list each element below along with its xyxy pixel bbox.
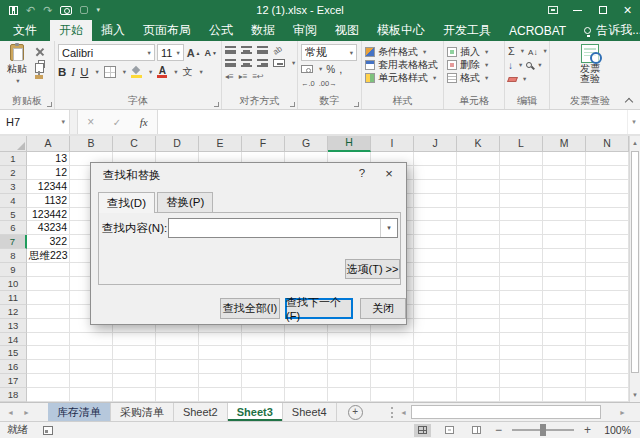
cell-A9[interactable] [27, 263, 70, 277]
bold-button[interactable]: B [58, 66, 66, 78]
row-header-12[interactable]: 12 [0, 305, 27, 319]
cell-N17[interactable] [586, 374, 629, 388]
cell-J4[interactable] [414, 194, 457, 208]
cell-K10[interactable] [457, 277, 500, 291]
column-header-A[interactable]: A [27, 136, 70, 152]
tab-file[interactable]: 文件 [0, 20, 50, 41]
cell-J10[interactable] [414, 277, 457, 291]
cell-A4[interactable]: 1132 [27, 194, 70, 208]
row-header-14[interactable]: 14 [0, 333, 27, 347]
cell-J13[interactable] [414, 319, 457, 333]
cell-A2[interactable]: 12 [27, 166, 70, 180]
font-name-combo[interactable]: Calibri [58, 44, 155, 61]
cell-J6[interactable] [414, 221, 457, 235]
sheet-tab-Sheet2[interactable]: Sheet2 [174, 403, 228, 421]
wrap-text-icon[interactable] [252, 72, 263, 81]
column-header-D[interactable]: D [156, 136, 199, 152]
align-top-icon[interactable] [225, 46, 236, 54]
page-layout-view-button[interactable] [441, 424, 458, 437]
cell-J12[interactable] [414, 305, 457, 319]
autosum-icon[interactable] [508, 45, 515, 57]
zoom-in-button[interactable]: + [584, 423, 591, 437]
clear-icon[interactable] [507, 77, 518, 82]
cell-L13[interactable] [500, 319, 543, 333]
cell-J11[interactable] [414, 291, 457, 305]
cell-F16[interactable] [242, 360, 285, 374]
cell-M14[interactable] [543, 333, 586, 347]
cell-K13[interactable] [457, 319, 500, 333]
new-sheet-button[interactable]: + [348, 405, 363, 420]
cell-F14[interactable] [242, 333, 285, 347]
cell-N9[interactable] [586, 263, 629, 277]
row-header-3[interactable]: 3 [0, 180, 27, 194]
cell-L14[interactable] [500, 333, 543, 347]
cell-G18[interactable] [285, 388, 328, 402]
cell-C15[interactable] [113, 346, 156, 360]
scroll-right-icon[interactable] [615, 403, 630, 421]
increase-indent-icon[interactable] [239, 72, 248, 81]
dialog-help-button[interactable]: ? [354, 167, 370, 179]
cell-A17[interactable] [27, 374, 70, 388]
accounting-format-icon[interactable] [301, 65, 313, 73]
cell-styles-button[interactable]: 单元格样式 [365, 71, 440, 84]
cell-J17[interactable] [414, 374, 457, 388]
find-select-icon[interactable] [526, 62, 532, 68]
decrease-font-icon[interactable] [204, 48, 218, 58]
cell-C14[interactable] [113, 333, 156, 347]
column-header-C[interactable]: C [113, 136, 156, 152]
cell-L9[interactable] [500, 263, 543, 277]
row-header-10[interactable]: 10 [0, 277, 27, 291]
cell-C18[interactable] [113, 388, 156, 402]
tab-开始[interactable]: 开始 [50, 20, 92, 41]
row-header-1[interactable]: 1 [0, 152, 27, 166]
tell-me-box[interactable]: 告诉我... [575, 20, 640, 41]
cell-A8[interactable]: 思维223 [27, 249, 70, 263]
cell-I15[interactable] [371, 346, 414, 360]
cell-N18[interactable] [586, 388, 629, 402]
camera-icon[interactable] [60, 6, 72, 15]
options-button[interactable]: 选项(T) >> [345, 259, 400, 279]
cell-K7[interactable] [457, 235, 500, 249]
cell-E17[interactable] [199, 374, 242, 388]
cell-N5[interactable] [586, 208, 629, 222]
fill-color-icon[interactable] [131, 67, 142, 78]
collapse-ribbon-icon[interactable] [624, 97, 634, 105]
cell-K3[interactable] [457, 180, 500, 194]
cell-K9[interactable] [457, 263, 500, 277]
cell-N15[interactable] [586, 346, 629, 360]
find-next-button[interactable]: 查找下一个(F) [285, 298, 353, 319]
cell-J5[interactable] [414, 208, 457, 222]
cell-L7[interactable] [500, 235, 543, 249]
format-as-table-button[interactable]: 套用表格格式 [365, 58, 440, 71]
cell-I14[interactable] [371, 333, 414, 347]
cell-N13[interactable] [586, 319, 629, 333]
insert-function-icon[interactable]: fx [140, 116, 148, 128]
cell-L12[interactable] [500, 305, 543, 319]
cell-N7[interactable] [586, 235, 629, 249]
cell-B15[interactable] [70, 346, 113, 360]
decrease-decimal-icon[interactable] [319, 79, 337, 88]
cell-E18[interactable] [199, 388, 242, 402]
font-size-combo[interactable]: 11 [157, 44, 184, 61]
cell-J15[interactable] [414, 346, 457, 360]
cell-M15[interactable] [543, 346, 586, 360]
cell-A11[interactable] [27, 291, 70, 305]
cell-J3[interactable] [414, 180, 457, 194]
cell-M9[interactable] [543, 263, 586, 277]
tab-公式[interactable]: 公式 [200, 20, 242, 41]
cell-J9[interactable] [414, 263, 457, 277]
cell-E15[interactable] [199, 346, 242, 360]
column-header-H[interactable]: H [328, 136, 371, 152]
cell-L1[interactable] [500, 152, 543, 166]
find-what-dropdown-icon[interactable] [380, 219, 397, 237]
name-box-splitter[interactable] [70, 110, 78, 134]
copy-icon[interactable] [38, 60, 45, 68]
format-cells-button[interactable]: 格式 [447, 71, 501, 84]
cell-F18[interactable] [242, 388, 285, 402]
cell-D18[interactable] [156, 388, 199, 402]
find-all-button[interactable]: 查找全部(I) [220, 298, 280, 319]
cell-H16[interactable] [328, 360, 371, 374]
cell-K2[interactable] [457, 166, 500, 180]
cell-L10[interactable] [500, 277, 543, 291]
row-header-15[interactable]: 15 [0, 346, 27, 360]
